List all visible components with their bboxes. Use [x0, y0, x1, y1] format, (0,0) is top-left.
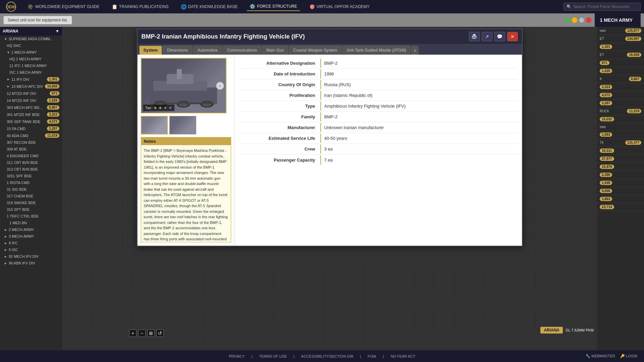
login-icon: 🔑	[620, 354, 625, 358]
search-input[interactable]	[573, 4, 638, 9]
sidebar-item-1med[interactable]: 1 MED BN	[0, 220, 62, 226]
right-badge-14: 131,477	[625, 140, 641, 145]
share-button[interactable]: ↗	[482, 32, 492, 41]
sidebar-item-11ifc[interactable]: 11 IFC 1 MECH ARMY	[0, 62, 62, 69]
sidebar-item-1trfc[interactable]: 1 TRFC CTRL BDE	[0, 213, 62, 220]
status-dot-red[interactable]	[586, 17, 591, 23]
right-item-19: 1,649	[597, 179, 644, 187]
sidebar-item-313cbt[interactable]: 313 CBT AVN BDE	[0, 166, 62, 173]
sidebar-item-13mech[interactable]: ► 13 MECH APC DIV 16,658	[0, 83, 62, 90]
expand-92mech: ►	[4, 255, 7, 258]
left-panel: › Tier: ★ ★ ★ ★	[138, 55, 235, 246]
sidebar-item-4eng[interactable]: 4 ENGINEER CMD	[0, 153, 62, 159]
sidebar-item-1mech[interactable]: ▼ 1 MECH ARMY	[0, 49, 62, 56]
sub-header: Select unit icon for equipment list. 1 M…	[0, 13, 644, 27]
tab-automotive[interactable]: Automotive	[193, 46, 222, 55]
sidebar-item-315spt[interactable]: 315 SPT BDE	[0, 206, 62, 213]
tab-system[interactable]: System	[139, 46, 162, 55]
right-badge-18: 2,390	[600, 173, 612, 177]
link-login[interactable]: 🔑 LOGIN	[620, 354, 637, 358]
nav-opfor[interactable]: 🎯 VIRTUAL OPFOR ACADEMY	[307, 3, 372, 11]
data-row-9: Passenger Capacity 7 ea	[240, 155, 517, 165]
sidebar-item-96abn[interactable]: ► 96 ABN IFV DIV	[0, 260, 62, 266]
sidebar-item-12mtzd[interactable]: 12 MTZD INF DIV 971	[0, 90, 62, 97]
vehicle-modal: BMP-2 Iranian Amphibious Infantry Fighti…	[137, 28, 523, 246]
sidebar-item-15fa[interactable]: 15 FA CMD 3,287	[0, 125, 62, 132]
tab-communications[interactable]: Communications	[223, 46, 261, 55]
equipment-icon: 🪖	[28, 4, 34, 9]
webmaster-icon: 🔧	[586, 354, 590, 358]
zoom-reset-btn[interactable]: ↺	[156, 329, 164, 337]
sidebar-item-3251spf[interactable]: 3251 SPF BDE	[0, 173, 62, 179]
link-accessibility[interactable]: ACCESSIBILITY/SECTION 508	[301, 354, 353, 358]
select-unit-btn[interactable]: Select unit icon for equipment list.	[3, 16, 72, 24]
sidebar-item-309at[interactable]: 309 AT BDE	[0, 146, 62, 153]
zoom-out-btn[interactable]: −	[138, 329, 146, 337]
image-next-arrow[interactable]: ›	[216, 82, 224, 90]
tab-dimensions[interactable]: Dimensions	[163, 46, 193, 55]
sidebar-item-307recon[interactable]: 307 RECON BDE	[0, 139, 62, 146]
sidebar-item-isc[interactable]: ISC 1 MECH ARMY	[0, 69, 62, 76]
right-label-3: ET	[600, 53, 604, 57]
nav-knowledge[interactable]: 🌐 DATE KNOWLEDGE BASE	[178, 3, 240, 11]
sidebar-item-40ada[interactable]: 40 ADA CMD 11,019	[0, 132, 62, 139]
thumbnail-1[interactable]	[141, 116, 168, 134]
sidebar-item-92mech[interactable]: ► 92 MECH IFV DIV	[0, 253, 62, 260]
sidebar-item-hq-shc[interactable]: HQ SHC	[0, 42, 62, 49]
sidebar-item-305tank[interactable]: 305 SEP TANK BDE 4,572	[0, 118, 62, 125]
star-3: ★	[163, 105, 167, 110]
tab-atgm[interactable]: Anti-Tank Guided Missile (ATGM)	[342, 46, 411, 55]
sidebar-item-9isc[interactable]: ► 9 ISC	[0, 246, 62, 253]
top-navigation: ODIN 🪖 WORLDWIDE EQUIPMENT GUIDE 📋 TRAIN…	[0, 0, 644, 13]
nav-training[interactable]: 📋 TRAINING PUBLICATIONS	[109, 3, 171, 11]
nav-equipment[interactable]: 🪖 WORLDWIDE EQUIPMENT GUIDE	[25, 3, 102, 11]
nav-force-structure[interactable]: ⚙️ FORCE STRUCTURE	[247, 2, 300, 11]
link-foia[interactable]: FOIA	[368, 354, 376, 358]
sidebar-item-hq1mech[interactable]: HQ 1 MECH ARMY	[0, 56, 62, 62]
link-terms[interactable]: TERMS OF USE	[259, 354, 287, 358]
sidebar-item-317chem[interactable]: 317 CHEM BDE	[0, 193, 62, 199]
print-button[interactable]: 🖨️	[469, 32, 480, 41]
search-box[interactable]: 🔍	[564, 3, 641, 11]
link-privacy[interactable]: PRIVACY	[229, 354, 245, 358]
notes-body[interactable]: The BMP-2 [BMP = Boyevaya Mashina Pyekho…	[141, 145, 231, 242]
link-no-fear[interactable]: NO FEAR ACT	[391, 354, 415, 358]
expand-icon-mech: ▼	[7, 51, 10, 54]
sidebar-item-9ifc[interactable]: ► 9 IFC	[0, 240, 62, 246]
zoom-fit-btn[interactable]: ⊞	[147, 329, 155, 337]
data-row-8: Crew 3 ea	[240, 144, 517, 155]
sidebar-item-311cbt[interactable]: 311 CBT AVN BDE	[0, 159, 62, 166]
sidebar-item-11ifv[interactable]: ► 11 IFV DIV 1,301	[0, 76, 62, 83]
link-webmaster[interactable]: 🔧 WEBMASTER	[586, 354, 615, 358]
sidebar-item-supreme[interactable]: ▼ SUPREME HIGH COMM...	[0, 36, 62, 42]
modal-title: BMP-2 Iranian Amphibious Infantry Fighti…	[142, 33, 305, 40]
svg-text:ODIN: ODIN	[6, 5, 16, 9]
zoom-in-btn[interactable]: +	[129, 329, 137, 337]
thumbnail-2[interactable]	[169, 116, 196, 134]
status-dot-gray[interactable]	[579, 17, 584, 23]
status-dot-green[interactable]	[565, 17, 570, 23]
ariana-badge: ARIANA	[540, 327, 563, 334]
sidebar-item-31sig[interactable]: 31 SIG BDE	[0, 186, 62, 193]
tab-main-gun[interactable]: Main Gun	[262, 46, 288, 55]
notes-header: Notes	[141, 137, 231, 145]
sidebar-item-301mtzd[interactable]: 301 MTZD INF BDE 3,323	[0, 111, 62, 118]
tab-coaxial[interactable]: Coaxial Weapon System	[289, 46, 341, 55]
right-item-1: ET 234,997	[597, 35, 644, 43]
status-dot-yellow[interactable]	[572, 17, 577, 23]
sidebar-item-1rista[interactable]: 1 RISTA CMD	[0, 179, 62, 186]
close-button[interactable]: ✕	[507, 32, 518, 41]
thumb-img-1	[142, 117, 167, 134]
comment-button[interactable]: 💬	[494, 32, 505, 41]
sidebar-item-319smoke[interactable]: 319 SMOKE BDE	[0, 199, 62, 206]
tab-next-arrow[interactable]: ›	[411, 46, 419, 55]
right-badge-13: 1,563	[600, 132, 612, 137]
sidebar-item-14mtzd[interactable]: 14 MTZD INF DIV 1,526	[0, 97, 62, 104]
sidebar-item-3mech[interactable]: ► 3 MECH ARMY	[0, 233, 62, 240]
data-row-5: Family BMP-2	[240, 112, 517, 122]
star-1: ★	[153, 105, 157, 110]
label-country: Country Of Origin	[240, 80, 320, 89]
close-icon: ✕	[511, 34, 515, 39]
sidebar-item-303mech[interactable]: 303 MECH APC BD... 8,867	[0, 104, 62, 111]
sidebar-item-2mech[interactable]: ► 2 MECH ARMY	[0, 226, 62, 233]
